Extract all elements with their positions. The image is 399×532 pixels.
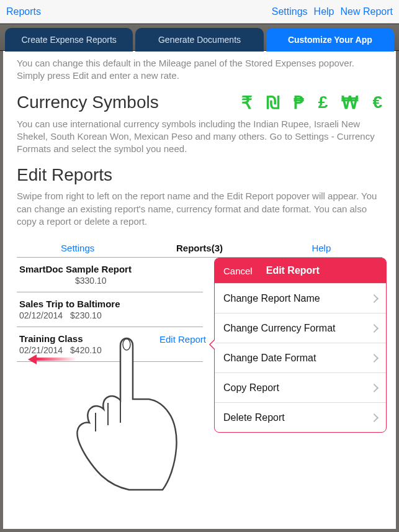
tab-create-expense-reports[interactable]: Create Expense Reports [5, 28, 133, 52]
mileage-intro-paragraph: You can change this default in the Milea… [17, 57, 382, 83]
example-screenshot: Settings Reports(3) Help SmartDoc Sample… [17, 238, 382, 362]
report-name: Sales Trip to Baltimore [19, 299, 200, 309]
example-tab-reports: Reports(3) [138, 243, 260, 253]
popover-item-label: Copy Report [223, 382, 279, 394]
edit-reports-paragraph: Swipe from right to left on the report n… [17, 190, 382, 228]
chevron-right-icon [370, 323, 379, 332]
page-content: You can change this default in the Milea… [0, 51, 399, 532]
report-amount: $330.10 [75, 276, 107, 286]
edit-report-popover: Cancel Edit Report Change Report Name Ch… [214, 258, 387, 433]
popover-item-delete-report[interactable]: Delete Report [215, 402, 386, 432]
rupee-icon: ₹ [241, 92, 253, 113]
swipe-left-arrow-icon [28, 353, 75, 364]
popover-item-label: Delete Report [223, 412, 285, 423]
help-nav-link[interactable]: Help [314, 6, 334, 17]
reports-nav-link[interactable]: Reports [6, 6, 41, 17]
tab-customize-your-app[interactable]: Customize Your App [266, 28, 394, 52]
shekel-icon: ₪ [266, 92, 280, 113]
pound-icon: £ [318, 92, 328, 112]
new-report-nav-link[interactable]: New Report [341, 6, 393, 17]
main-tabbar: Create Expense Reports Generate Document… [0, 24, 399, 51]
peso-icon: ₱ [294, 92, 305, 113]
popover-item-copy-report[interactable]: Copy Report [215, 372, 386, 402]
list-item: Sales Trip to Baltimore 02/12/2014$230.1… [17, 292, 203, 327]
chevron-right-icon [370, 383, 379, 392]
chevron-right-icon [370, 413, 379, 422]
popover-title: Edit Report [266, 265, 320, 276]
example-tabbar: Settings Reports(3) Help [17, 238, 382, 258]
report-date: 02/12/2014 [19, 310, 63, 320]
pointing-hand-icon [69, 331, 181, 492]
chevron-right-icon [370, 353, 379, 362]
report-amount: $230.10 [70, 310, 102, 320]
chevron-right-icon [370, 294, 379, 302]
popover-item-change-date-format[interactable]: Change Date Format [215, 343, 386, 372]
currency-icons-row: ₹ ₪ ₱ £ ₩ € [241, 92, 382, 113]
popover-item-label: Change Report Name [223, 293, 320, 304]
edit-reports-heading: Edit Reports [17, 165, 382, 185]
example-tab-settings: Settings [17, 243, 138, 253]
currency-symbols-heading: Currency Symbols [17, 92, 159, 112]
popover-header: Cancel Edit Report [215, 258, 386, 283]
report-name: SmartDoc Sample Report [19, 264, 200, 274]
example-tab-help: Help [261, 243, 382, 253]
popover-item-label: Change Currency Format [223, 323, 336, 334]
settings-nav-link[interactable]: Settings [272, 6, 308, 17]
won-icon: ₩ [341, 92, 359, 113]
tab-generate-documents[interactable]: Generate Documents [135, 28, 263, 52]
popover-item-label: Change Date Format [223, 353, 316, 364]
currency-paragraph: You can use international currency symbo… [17, 118, 382, 156]
euro-icon: € [372, 92, 382, 112]
popover-item-change-report-name[interactable]: Change Report Name [215, 283, 386, 313]
list-item: SmartDoc Sample Report $330.10 [17, 258, 203, 292]
toolbar: Reports Settings Help New Report [0, 0, 399, 24]
popover-cancel-button[interactable]: Cancel [223, 266, 253, 276]
popover-item-change-currency-format[interactable]: Change Currency Format [215, 313, 386, 343]
